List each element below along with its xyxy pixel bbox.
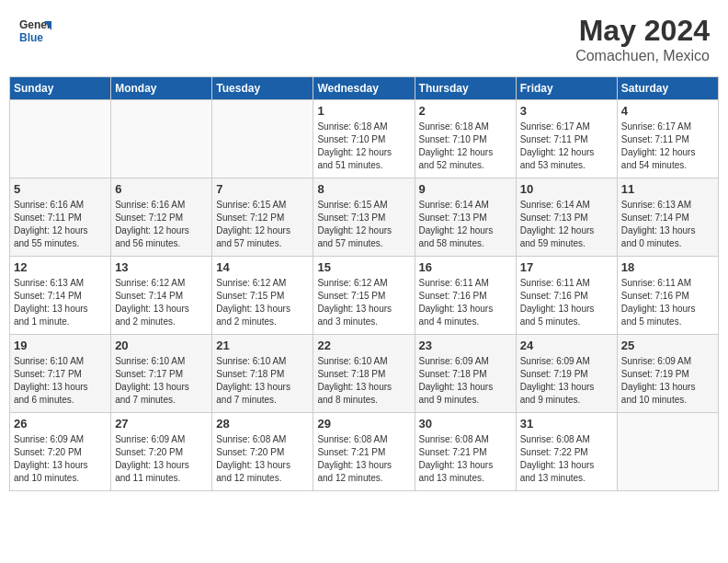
day-info: Sunrise: 6:08 AM Sunset: 7:22 PM Dayligh… bbox=[520, 433, 613, 485]
day-number: 14 bbox=[216, 260, 309, 274]
day-info: Sunrise: 6:09 AM Sunset: 7:19 PM Dayligh… bbox=[621, 355, 714, 407]
day-number: 2 bbox=[419, 104, 512, 118]
calendar-cell: 25Sunrise: 6:09 AM Sunset: 7:19 PM Dayli… bbox=[617, 335, 718, 413]
day-number: 8 bbox=[317, 182, 410, 196]
calendar-cell: 6Sunrise: 6:16 AM Sunset: 7:12 PM Daylig… bbox=[111, 178, 212, 257]
day-info: Sunrise: 6:09 AM Sunset: 7:20 PM Dayligh… bbox=[115, 433, 208, 485]
calendar-cell: 8Sunrise: 6:15 AM Sunset: 7:13 PM Daylig… bbox=[313, 178, 415, 257]
logo: General Blue bbox=[18, 14, 51, 51]
calendar-cell: 13Sunrise: 6:12 AM Sunset: 7:14 PM Dayli… bbox=[111, 257, 212, 335]
day-number: 1 bbox=[317, 104, 410, 118]
calendar-cell: 9Sunrise: 6:14 AM Sunset: 7:13 PM Daylig… bbox=[415, 178, 516, 257]
day-number: 31 bbox=[520, 417, 613, 431]
weekday-header-sunday: Sunday bbox=[10, 77, 111, 100]
day-number: 16 bbox=[419, 260, 512, 274]
calendar-cell: 26Sunrise: 6:09 AM Sunset: 7:20 PM Dayli… bbox=[10, 413, 111, 491]
weekday-header-monday: Monday bbox=[111, 77, 212, 100]
day-info: Sunrise: 6:18 AM Sunset: 7:10 PM Dayligh… bbox=[419, 121, 512, 172]
day-number: 5 bbox=[14, 182, 107, 196]
day-info: Sunrise: 6:10 AM Sunset: 7:18 PM Dayligh… bbox=[317, 355, 410, 407]
calendar-cell: 24Sunrise: 6:09 AM Sunset: 7:19 PM Dayli… bbox=[516, 335, 617, 413]
day-number: 21 bbox=[216, 339, 309, 352]
day-number: 11 bbox=[621, 182, 714, 196]
day-number: 3 bbox=[520, 104, 613, 118]
day-info: Sunrise: 6:13 AM Sunset: 7:14 PM Dayligh… bbox=[621, 199, 714, 250]
day-number: 22 bbox=[317, 339, 410, 352]
calendar-cell: 20Sunrise: 6:10 AM Sunset: 7:17 PM Dayli… bbox=[111, 335, 212, 413]
svg-text:Blue: Blue bbox=[19, 31, 43, 44]
svg-text:General: General bbox=[19, 18, 51, 31]
day-number: 28 bbox=[216, 417, 309, 431]
calendar-cell: 19Sunrise: 6:10 AM Sunset: 7:17 PM Dayli… bbox=[10, 335, 111, 413]
calendar-cell: 10Sunrise: 6:14 AM Sunset: 7:13 PM Dayli… bbox=[516, 178, 617, 257]
day-info: Sunrise: 6:12 AM Sunset: 7:15 PM Dayligh… bbox=[216, 277, 309, 328]
day-number: 15 bbox=[317, 260, 410, 274]
location: Comachuen, Mexico bbox=[575, 48, 710, 64]
day-info: Sunrise: 6:11 AM Sunset: 7:16 PM Dayligh… bbox=[520, 277, 613, 328]
day-info: Sunrise: 6:17 AM Sunset: 7:11 PM Dayligh… bbox=[621, 121, 714, 172]
day-info: Sunrise: 6:16 AM Sunset: 7:12 PM Dayligh… bbox=[115, 199, 208, 250]
day-info: Sunrise: 6:18 AM Sunset: 7:10 PM Dayligh… bbox=[317, 121, 410, 172]
day-info: Sunrise: 6:08 AM Sunset: 7:20 PM Dayligh… bbox=[216, 433, 309, 485]
day-info: Sunrise: 6:10 AM Sunset: 7:17 PM Dayligh… bbox=[14, 355, 107, 407]
calendar-cell: 5Sunrise: 6:16 AM Sunset: 7:11 PM Daylig… bbox=[10, 178, 111, 257]
day-info: Sunrise: 6:08 AM Sunset: 7:21 PM Dayligh… bbox=[317, 433, 410, 485]
calendar-cell: 29Sunrise: 6:08 AM Sunset: 7:21 PM Dayli… bbox=[313, 413, 415, 491]
day-number: 23 bbox=[419, 339, 512, 352]
day-number: 17 bbox=[520, 260, 613, 274]
day-info: Sunrise: 6:10 AM Sunset: 7:17 PM Dayligh… bbox=[115, 355, 208, 407]
day-info: Sunrise: 6:12 AM Sunset: 7:14 PM Dayligh… bbox=[115, 277, 208, 328]
day-info: Sunrise: 6:09 AM Sunset: 7:18 PM Dayligh… bbox=[419, 355, 512, 407]
day-info: Sunrise: 6:11 AM Sunset: 7:16 PM Dayligh… bbox=[419, 277, 512, 328]
day-info: Sunrise: 6:14 AM Sunset: 7:13 PM Dayligh… bbox=[520, 199, 613, 250]
day-number: 19 bbox=[14, 339, 107, 352]
calendar-cell: 31Sunrise: 6:08 AM Sunset: 7:22 PM Dayli… bbox=[516, 413, 617, 491]
calendar-cell: 23Sunrise: 6:09 AM Sunset: 7:18 PM Dayli… bbox=[415, 335, 516, 413]
day-info: Sunrise: 6:16 AM Sunset: 7:11 PM Dayligh… bbox=[14, 199, 107, 250]
calendar-cell: 2Sunrise: 6:18 AM Sunset: 7:10 PM Daylig… bbox=[415, 100, 516, 178]
calendar-week-3: 12Sunrise: 6:13 AM Sunset: 7:14 PM Dayli… bbox=[10, 257, 719, 335]
calendar-week-1: 1Sunrise: 6:18 AM Sunset: 7:10 PM Daylig… bbox=[10, 100, 719, 178]
day-number: 26 bbox=[14, 417, 107, 431]
day-number: 20 bbox=[115, 339, 208, 352]
page-header: General Blue May 2024 Comachuen, Mexico bbox=[9, 9, 719, 69]
calendar-cell bbox=[212, 100, 313, 178]
calendar-cell: 7Sunrise: 6:15 AM Sunset: 7:12 PM Daylig… bbox=[212, 178, 313, 257]
day-info: Sunrise: 6:08 AM Sunset: 7:21 PM Dayligh… bbox=[419, 433, 512, 485]
calendar-cell bbox=[617, 413, 718, 491]
day-number: 13 bbox=[115, 260, 208, 274]
weekday-header-saturday: Saturday bbox=[617, 77, 718, 100]
day-info: Sunrise: 6:14 AM Sunset: 7:13 PM Dayligh… bbox=[419, 199, 512, 250]
day-number: 27 bbox=[115, 417, 208, 431]
calendar-cell bbox=[111, 100, 212, 178]
calendar-cell: 16Sunrise: 6:11 AM Sunset: 7:16 PM Dayli… bbox=[415, 257, 516, 335]
calendar-cell: 4Sunrise: 6:17 AM Sunset: 7:11 PM Daylig… bbox=[617, 100, 718, 178]
calendar-cell: 18Sunrise: 6:11 AM Sunset: 7:16 PM Dayli… bbox=[617, 257, 718, 335]
calendar-week-5: 26Sunrise: 6:09 AM Sunset: 7:20 PM Dayli… bbox=[10, 413, 719, 491]
day-info: Sunrise: 6:11 AM Sunset: 7:16 PM Dayligh… bbox=[621, 277, 714, 328]
calendar-week-2: 5Sunrise: 6:16 AM Sunset: 7:11 PM Daylig… bbox=[10, 178, 719, 257]
day-number: 9 bbox=[419, 182, 512, 196]
day-info: Sunrise: 6:10 AM Sunset: 7:18 PM Dayligh… bbox=[216, 355, 309, 407]
calendar-cell: 28Sunrise: 6:08 AM Sunset: 7:20 PM Dayli… bbox=[212, 413, 313, 491]
day-number: 7 bbox=[216, 182, 309, 196]
calendar-week-4: 19Sunrise: 6:10 AM Sunset: 7:17 PM Dayli… bbox=[10, 335, 719, 413]
calendar-cell: 1Sunrise: 6:18 AM Sunset: 7:10 PM Daylig… bbox=[313, 100, 415, 178]
day-number: 6 bbox=[115, 182, 208, 196]
day-info: Sunrise: 6:15 AM Sunset: 7:12 PM Dayligh… bbox=[216, 199, 309, 250]
calendar-cell bbox=[10, 100, 111, 178]
calendar-cell: 12Sunrise: 6:13 AM Sunset: 7:14 PM Dayli… bbox=[10, 257, 111, 335]
day-number: 29 bbox=[317, 417, 410, 431]
weekday-header-row: SundayMondayTuesdayWednesdayThursdayFrid… bbox=[10, 77, 719, 100]
month-year: May 2024 bbox=[575, 14, 710, 48]
day-number: 10 bbox=[520, 182, 613, 196]
day-number: 12 bbox=[14, 260, 107, 274]
day-info: Sunrise: 6:09 AM Sunset: 7:20 PM Dayligh… bbox=[14, 433, 107, 485]
calendar-cell: 27Sunrise: 6:09 AM Sunset: 7:20 PM Dayli… bbox=[111, 413, 212, 491]
calendar-cell: 22Sunrise: 6:10 AM Sunset: 7:18 PM Dayli… bbox=[313, 335, 415, 413]
day-info: Sunrise: 6:13 AM Sunset: 7:14 PM Dayligh… bbox=[14, 277, 107, 328]
day-number: 4 bbox=[621, 104, 714, 118]
title-block: May 2024 Comachuen, Mexico bbox=[575, 14, 710, 64]
day-number: 30 bbox=[419, 417, 512, 431]
calendar-cell: 14Sunrise: 6:12 AM Sunset: 7:15 PM Dayli… bbox=[212, 257, 313, 335]
